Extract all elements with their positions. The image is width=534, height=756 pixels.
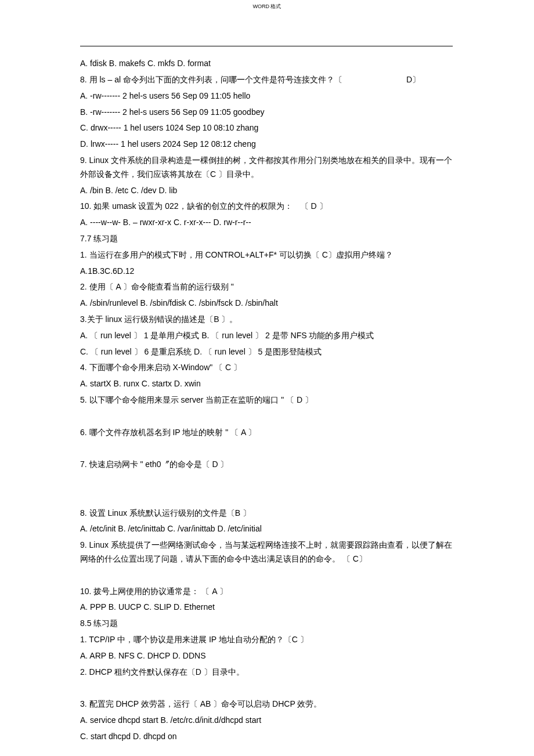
text-line: A. /bin B. /etc C. /dev D. lib	[80, 184, 453, 198]
blank-line	[80, 569, 453, 583]
text-line: A. -rw------- 2 hel-s users 56 Sep 09 11…	[80, 89, 453, 103]
question-text: 8. 用 ls – al 命令列出下面的文件列表，问哪一个文件是符号连接文件？〔	[80, 75, 342, 84]
blank-line	[80, 410, 453, 424]
page-header-label: WORD 格式	[0, 0, 534, 46]
text-line: 3.关于 linux 运行级别错误的描述是〔B 〕。	[80, 313, 453, 327]
text-line: A. fdisk B. makefs C. mkfs D. format	[80, 57, 453, 71]
blank-line	[80, 442, 453, 455]
text-line: A.1B.3C.6D.12	[80, 265, 453, 278]
section-heading: 8.5 练习题	[80, 617, 453, 631]
text-line: 9. Linux 系统提供了一些网络测试命令，当与某远程网络连接不上时，就需要跟…	[80, 538, 453, 566]
text-line: 10. 拨号上网使用的协议通常是： 〔 A 〕	[80, 585, 453, 599]
section-heading: 7.7 练习题	[80, 232, 453, 246]
answer-text: D〕	[406, 75, 420, 84]
text-line: 6. 哪个文件存放机器名到 IP 地址的映射 " 〔 A 〕	[80, 426, 453, 440]
text-line: C. drwx----- 1 hel users 1024 Sep 10 08:…	[80, 121, 453, 135]
text-line: 8. 设置 Linux 系统默认运行级别的文件是〔B 〕	[80, 507, 453, 520]
text-line: A. PPP B. UUCP C. SLIP D. Ethernet	[80, 601, 453, 614]
text-line: 2. 使用〔 A 〕命令能查看当前的运行级别 "	[80, 280, 453, 294]
blank-line	[80, 681, 453, 695]
text-line: 10. 如果 umask 设置为 022，缺省的创立的文件的权限为： 〔 D 〕	[80, 200, 453, 214]
top-horizontal-rule	[80, 46, 453, 46]
text-line: 5. 以下哪个命令能用来显示 server 当前正在监听的端口 " 〔 D 〕	[80, 393, 453, 407]
text-line: 4. 下面哪个命令用来启动 X-Window" 〔 C 〕	[80, 361, 453, 375]
document-body: A. fdisk B. makefs C. mkfs D. format 8. …	[0, 46, 534, 743]
text-line: 2. DHCP 租约文件默认保存在〔D 〕目录中。	[80, 665, 453, 679]
text-line: 1. 当运行在多用户的模式下时，用 CONTROL+ALT+F* 可以切换〔 C…	[80, 248, 453, 262]
text-line: A. ARP B. NFS C. DHCP D. DDNS	[80, 649, 453, 663]
text-line: A. startX B. runx C. startx D. xwin	[80, 377, 453, 391]
text-line: A. /sbin/runlevel B. /sbin/fdisk C. /sbi…	[80, 296, 453, 310]
text-line: C. 〔 run level 〕 6 是重启系统 D. 〔 run level …	[80, 345, 453, 359]
text-line: A. service dhcpd start B. /etc/rc.d/init…	[80, 714, 453, 728]
blank-line	[80, 474, 453, 488]
text-line: 9. Linux 文件系统的目录构造是一棵倒挂的树，文件都按其作用分门别类地放在…	[80, 154, 453, 182]
text-line: D. lrwx----- 1 hel users 2024 Sep 12 08:…	[80, 138, 453, 151]
text-line: B. -rw------- 2 hel-s users 56 Sep 09 11…	[80, 106, 453, 120]
text-line: A. 〔 run level 〕 1 是单用户模式 B. 〔 run level…	[80, 329, 453, 343]
text-line: C. start dhcpd D. dhcpd on	[80, 730, 453, 744]
text-line: A. ----w--w- B. – rwxr-xr-x C. r-xr-x---…	[80, 216, 453, 230]
text-line: 8. 用 ls – al 命令列出下面的文件列表，问哪一个文件是符号连接文件？〔…	[80, 73, 453, 87]
text-line: 3. 配置完 DHCP 效劳器，运行〔 AB 〕命令可以启动 DHCP 效劳。	[80, 697, 453, 711]
text-line: 7. 快速启动网卡 " eth0〞的命令是〔 D 〕	[80, 458, 453, 472]
text-line: 1. TCP/IP 中，哪个协议是用来进展 IP 地址自动分配的？〔C 〕	[80, 633, 453, 647]
blank-line	[80, 490, 453, 504]
text-line: A. /etc/init B. /etc/inittab C. /var/ini…	[80, 522, 453, 536]
